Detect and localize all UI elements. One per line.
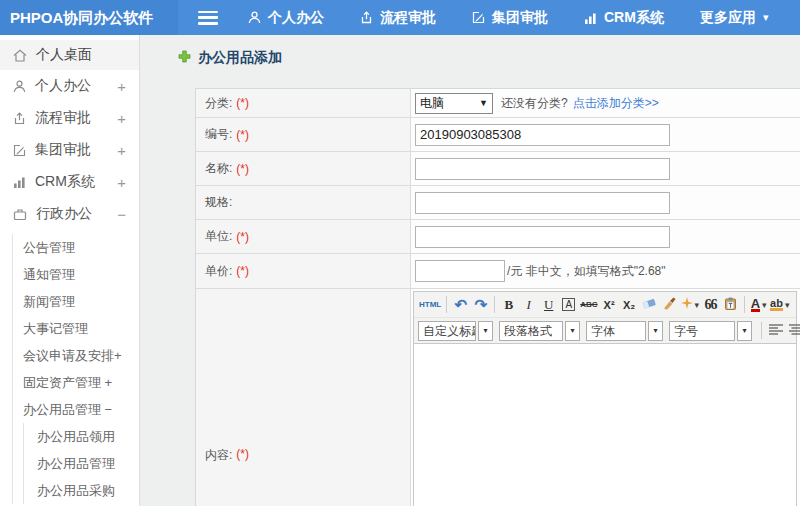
sidebar-item-desktop[interactable]: 个人桌面	[0, 40, 139, 70]
rich-text-editor: HTML ↶ ↷ B I U A ABC X² X₂	[413, 291, 797, 506]
sidebar-item-meeting-mgmt[interactable]: 会议申请及安排+	[13, 342, 139, 369]
sidebar-item-notice-mgmt[interactable]: 通知管理	[13, 261, 139, 288]
sidebar-item-supplies-claim[interactable]: 办公用品领用	[24, 423, 139, 450]
form-row-code: 编号: (*)	[196, 118, 800, 152]
supplies-submenu: 办公用品领用 办公用品管理 办公用品采购	[23, 423, 139, 504]
add-plus-icon	[178, 50, 191, 66]
caret-down-icon: ▾	[565, 321, 580, 341]
category-select[interactable]: 电脑 ▼	[415, 93, 493, 114]
highlight-icon: ab	[770, 298, 783, 311]
required-mark: (*)	[236, 264, 249, 278]
sidebar-item-asset-mgmt[interactable]: 固定资产管理 +	[13, 369, 139, 396]
align-left-icon	[769, 324, 783, 338]
eraser-icon	[642, 297, 656, 312]
undo-icon: ↶	[454, 296, 467, 314]
auto-typeset-button[interactable]: ▾	[680, 295, 701, 315]
expand-minus: −	[117, 206, 126, 223]
form-row-content: 内容: (*) HTML ↶ ↷ B I U	[196, 289, 800, 506]
font-family-dropdown[interactable]: 字体 ▾	[586, 321, 663, 341]
required-mark: (*)	[236, 162, 249, 176]
nav-group-approval[interactable]: 集团审批	[472, 9, 548, 27]
strikethrough-button[interactable]: ABC	[579, 295, 598, 315]
spec-input[interactable]	[415, 192, 670, 214]
code-input[interactable]	[415, 124, 670, 146]
sidebar-item-supplies-purchase[interactable]: 办公用品采购	[24, 477, 139, 504]
superscript-icon: X²	[604, 299, 615, 311]
paste-as-text-button[interactable]	[721, 295, 740, 315]
sidebar-item-personal-office[interactable]: 个人办公 +	[0, 70, 139, 102]
menu-toggle-button[interactable]	[198, 11, 218, 25]
redo-button[interactable]: ↷	[471, 295, 490, 315]
align-center-button[interactable]	[786, 321, 800, 341]
price-format-hint: /元 非中文，如填写格式"2.68"	[507, 263, 666, 280]
sidebar-item-news-mgmt[interactable]: 新闻管理	[13, 288, 139, 315]
blockquote-button[interactable]: 66	[701, 295, 720, 315]
sidebar-item-admin-office[interactable]: 行政办公 −	[0, 198, 139, 230]
caret-down-icon: ▾	[695, 300, 700, 310]
user-icon	[13, 80, 26, 93]
paragraph-format-dropdown[interactable]: 段落格式 ▾	[499, 321, 580, 341]
required-mark: (*)	[236, 128, 249, 142]
spec-label: 规格:	[205, 194, 232, 211]
bold-icon: B	[504, 297, 513, 313]
sidebar-item-events-mgmt[interactable]: 大事记管理	[13, 315, 139, 342]
price-input[interactable]	[415, 260, 505, 282]
format-painter-button[interactable]	[660, 295, 679, 315]
sidebar-item-crm-system[interactable]: CRM系统 +	[0, 166, 139, 198]
price-label: 单价:	[205, 263, 232, 280]
nav-personal-office[interactable]: 个人办公	[248, 9, 324, 27]
editor-content-area[interactable]	[414, 344, 796, 506]
edit-icon	[13, 144, 26, 157]
undo-button[interactable]: ↶	[451, 295, 470, 315]
expand-plus: +	[117, 110, 126, 127]
expand-plus: +	[117, 78, 126, 95]
font-color-icon: A	[751, 298, 760, 312]
align-center-icon	[789, 324, 800, 338]
boxed-a-icon: A	[562, 298, 575, 311]
name-input[interactable]	[415, 158, 670, 180]
nav-workflow-approval[interactable]: 流程审批	[360, 9, 436, 27]
sidebar-item-supplies-mgmt[interactable]: 办公用品管理 −	[13, 396, 139, 423]
unit-label: 单位:	[205, 228, 232, 245]
unit-input[interactable]	[415, 226, 670, 248]
bar-chart-icon	[13, 176, 26, 188]
nav-more-apps[interactable]: 更多应用 ▾	[700, 9, 769, 27]
edit-icon	[472, 11, 485, 24]
nav-crm-system[interactable]: CRM系统	[584, 9, 664, 27]
select-caret-icon: ▼	[479, 98, 488, 108]
font-style-button[interactable]: A	[559, 295, 578, 315]
italic-button[interactable]: I	[519, 295, 538, 315]
font-size-dropdown[interactable]: 字号 ▾	[669, 321, 752, 341]
sidebar: 个人桌面 个人办公 + 流程审批 + 集团审批 + CRM系统 + 行政办公 −	[0, 35, 140, 506]
supplies-add-form: 分类: (*) 电脑 ▼ 还没有分类? 点击添加分类>> 编号: (*)	[195, 88, 800, 506]
user-icon	[248, 11, 261, 24]
custom-title-dropdown[interactable]: 自定义标题 ▾	[418, 321, 493, 341]
briefcase-icon	[13, 208, 27, 221]
form-row-price: 单价: (*) /元 非中文，如填写格式"2.68"	[196, 254, 800, 289]
underline-button[interactable]: U	[539, 295, 558, 315]
category-label: 分类:	[205, 95, 232, 112]
name-label: 名称:	[205, 160, 232, 177]
remove-format-button[interactable]	[640, 295, 659, 315]
required-mark: (*)	[236, 447, 249, 461]
caret-down-icon: ▾	[478, 321, 493, 341]
share-box-icon	[13, 112, 26, 125]
add-category-link[interactable]: 点击添加分类>>	[573, 95, 659, 112]
top-nav: 个人办公 流程审批 集团审批 CRM系统 更多应用 ▾	[248, 9, 768, 27]
sidebar-item-announcement-mgmt[interactable]: 公告管理	[13, 234, 139, 261]
sidebar-item-workflow-approval[interactable]: 流程审批 +	[0, 102, 139, 134]
hamburger-icon	[198, 11, 218, 14]
superscript-button[interactable]: X²	[600, 295, 619, 315]
subscript-button[interactable]: X₂	[620, 295, 639, 315]
expand-plus: +	[117, 174, 126, 191]
required-mark: (*)	[236, 96, 249, 110]
font-color-button[interactable]: A▾	[749, 295, 768, 315]
html-source-button[interactable]: HTML	[418, 295, 442, 315]
bold-button[interactable]: B	[499, 295, 518, 315]
form-row-unit: 单位: (*)	[196, 220, 800, 254]
highlight-color-button[interactable]: ab▾	[769, 295, 790, 315]
sidebar-item-group-approval[interactable]: 集团审批 +	[0, 134, 139, 166]
sidebar-item-supplies-manage[interactable]: 办公用品管理	[24, 450, 139, 477]
align-left-button[interactable]	[766, 321, 785, 341]
page-title: 办公用品添加	[178, 50, 800, 66]
